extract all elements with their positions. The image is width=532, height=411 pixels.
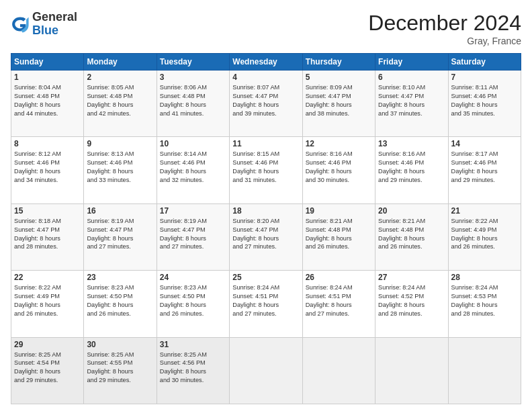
table-row: 10Sunrise: 8:14 AMSunset: 4:46 PMDayligh… [157, 137, 229, 203]
table-row [448, 337, 521, 404]
day-number: 2 [87, 73, 153, 82]
table-row: 15Sunrise: 8:18 AMSunset: 4:47 PMDayligh… [11, 203, 84, 270]
calendar-week-row: 15Sunrise: 8:18 AMSunset: 4:47 PMDayligh… [11, 203, 521, 270]
cell-content: Sunrise: 8:25 AMSunset: 4:56 PMDaylight:… [160, 351, 226, 385]
cell-content: Sunrise: 8:21 AMSunset: 4:48 PMDaylight:… [306, 217, 372, 252]
table-row [375, 337, 448, 404]
table-row: 25Sunrise: 8:24 AMSunset: 4:51 PMDayligh… [230, 271, 302, 337]
day-number: 18 [232, 206, 299, 216]
col-monday: Monday [84, 54, 157, 71]
calendar-table: Sunday Monday Tuesday Wednesday Thursday… [11, 53, 521, 404]
day-number: 25 [232, 273, 299, 282]
table-row [230, 337, 302, 404]
day-number: 10 [160, 139, 226, 148]
day-number: 28 [451, 273, 518, 282]
day-number: 14 [451, 139, 518, 148]
day-number: 13 [378, 139, 445, 148]
day-number: 16 [87, 206, 153, 216]
table-row [302, 337, 375, 404]
cell-content: Sunrise: 8:24 AMSunset: 4:51 PMDaylight:… [232, 283, 299, 318]
cell-content: Sunrise: 8:19 AMSunset: 4:47 PMDaylight:… [87, 217, 153, 252]
day-number: 17 [160, 206, 226, 216]
day-number: 8 [14, 139, 81, 148]
table-row: 5Sunrise: 8:09 AMSunset: 4:47 PMDaylight… [302, 71, 375, 137]
page-header: General Blue December 2024 Gray, France [11, 11, 521, 46]
title-section: December 2024 Gray, France [368, 11, 521, 46]
cell-content: Sunrise: 8:21 AMSunset: 4:48 PMDaylight:… [378, 217, 445, 252]
day-number: 9 [87, 139, 153, 148]
table-row: 3Sunrise: 8:06 AMSunset: 4:48 PMDaylight… [157, 71, 229, 137]
day-number: 19 [306, 206, 372, 216]
day-number: 1 [14, 73, 81, 82]
cell-content: Sunrise: 8:24 AMSunset: 4:52 PMDaylight:… [378, 283, 445, 318]
col-thursday: Thursday [302, 54, 375, 71]
day-number: 27 [378, 273, 445, 282]
logo-general: General [32, 11, 77, 24]
month-title: December 2024 [368, 11, 521, 36]
calendar-week-row: 1Sunrise: 8:04 AMSunset: 4:48 PMDaylight… [11, 71, 521, 137]
table-row: 20Sunrise: 8:21 AMSunset: 4:48 PMDayligh… [375, 203, 448, 270]
table-row: 16Sunrise: 8:19 AMSunset: 4:47 PMDayligh… [84, 203, 157, 270]
day-number: 6 [378, 73, 445, 82]
cell-content: Sunrise: 8:06 AMSunset: 4:48 PMDaylight:… [160, 83, 226, 118]
table-row: 22Sunrise: 8:22 AMSunset: 4:49 PMDayligh… [11, 271, 84, 337]
table-row: 21Sunrise: 8:22 AMSunset: 4:49 PMDayligh… [448, 203, 521, 270]
cell-content: Sunrise: 8:23 AMSunset: 4:50 PMDaylight:… [87, 283, 153, 318]
cell-content: Sunrise: 8:15 AMSunset: 4:46 PMDaylight:… [232, 150, 299, 185]
cell-content: Sunrise: 8:25 AMSunset: 4:55 PMDaylight:… [87, 351, 153, 385]
day-number: 29 [14, 340, 81, 349]
cell-content: Sunrise: 8:17 AMSunset: 4:46 PMDaylight:… [451, 150, 518, 185]
table-row: 19Sunrise: 8:21 AMSunset: 4:48 PMDayligh… [302, 203, 375, 270]
cell-content: Sunrise: 8:22 AMSunset: 4:49 PMDaylight:… [14, 283, 81, 318]
table-row: 6Sunrise: 8:10 AMSunset: 4:47 PMDaylight… [375, 71, 448, 137]
table-row: 29Sunrise: 8:25 AMSunset: 4:54 PMDayligh… [11, 337, 84, 404]
cell-content: Sunrise: 8:22 AMSunset: 4:49 PMDaylight:… [451, 217, 518, 252]
cell-content: Sunrise: 8:13 AMSunset: 4:46 PMDaylight:… [87, 150, 153, 185]
day-number: 21 [451, 206, 518, 216]
cell-content: Sunrise: 8:16 AMSunset: 4:46 PMDaylight:… [306, 150, 372, 185]
table-row: 12Sunrise: 8:16 AMSunset: 4:46 PMDayligh… [302, 137, 375, 203]
table-row: 13Sunrise: 8:16 AMSunset: 4:46 PMDayligh… [375, 137, 448, 203]
day-number: 24 [160, 273, 226, 282]
cell-content: Sunrise: 8:18 AMSunset: 4:47 PMDaylight:… [14, 217, 81, 252]
calendar-week-row: 8Sunrise: 8:12 AMSunset: 4:46 PMDaylight… [11, 137, 521, 203]
table-row: 11Sunrise: 8:15 AMSunset: 4:46 PMDayligh… [230, 137, 302, 203]
day-number: 7 [451, 73, 518, 82]
cell-content: Sunrise: 8:20 AMSunset: 4:47 PMDaylight:… [232, 217, 299, 252]
table-row: 1Sunrise: 8:04 AMSunset: 4:48 PMDaylight… [11, 71, 84, 137]
logo-icon [11, 15, 30, 34]
col-tuesday: Tuesday [157, 54, 229, 71]
cell-content: Sunrise: 8:05 AMSunset: 4:48 PMDaylight:… [87, 83, 153, 118]
day-number: 4 [232, 73, 299, 82]
table-row: 14Sunrise: 8:17 AMSunset: 4:46 PMDayligh… [448, 137, 521, 203]
day-number: 20 [378, 206, 445, 216]
day-number: 23 [87, 273, 153, 282]
table-row: 31Sunrise: 8:25 AMSunset: 4:56 PMDayligh… [157, 337, 229, 404]
cell-content: Sunrise: 8:23 AMSunset: 4:50 PMDaylight:… [160, 283, 226, 318]
cell-content: Sunrise: 8:11 AMSunset: 4:46 PMDaylight:… [451, 83, 518, 118]
cell-content: Sunrise: 8:19 AMSunset: 4:47 PMDaylight:… [160, 217, 226, 252]
logo-text: General Blue [32, 11, 77, 38]
logo: General Blue [11, 11, 77, 38]
cell-content: Sunrise: 8:16 AMSunset: 4:46 PMDaylight:… [378, 150, 445, 185]
table-row: 8Sunrise: 8:12 AMSunset: 4:46 PMDaylight… [11, 137, 84, 203]
location: Gray, France [368, 36, 521, 46]
table-row: 23Sunrise: 8:23 AMSunset: 4:50 PMDayligh… [84, 271, 157, 337]
calendar-week-row: 22Sunrise: 8:22 AMSunset: 4:49 PMDayligh… [11, 271, 521, 337]
table-row: 18Sunrise: 8:20 AMSunset: 4:47 PMDayligh… [230, 203, 302, 270]
calendar-header-row: Sunday Monday Tuesday Wednesday Thursday… [11, 54, 521, 71]
cell-content: Sunrise: 8:24 AMSunset: 4:53 PMDaylight:… [451, 283, 518, 318]
table-row: 4Sunrise: 8:07 AMSunset: 4:47 PMDaylight… [230, 71, 302, 137]
cell-content: Sunrise: 8:09 AMSunset: 4:47 PMDaylight:… [306, 83, 372, 118]
day-number: 12 [306, 139, 372, 148]
table-row: 30Sunrise: 8:25 AMSunset: 4:55 PMDayligh… [84, 337, 157, 404]
cell-content: Sunrise: 8:07 AMSunset: 4:47 PMDaylight:… [232, 83, 299, 118]
col-wednesday: Wednesday [230, 54, 302, 71]
day-number: 22 [14, 273, 81, 282]
cell-content: Sunrise: 8:04 AMSunset: 4:48 PMDaylight:… [14, 83, 81, 118]
col-sunday: Sunday [11, 54, 84, 71]
table-row: 7Sunrise: 8:11 AMSunset: 4:46 PMDaylight… [448, 71, 521, 137]
table-row: 26Sunrise: 8:24 AMSunset: 4:51 PMDayligh… [302, 271, 375, 337]
cell-content: Sunrise: 8:12 AMSunset: 4:46 PMDaylight:… [14, 150, 81, 185]
table-row: 9Sunrise: 8:13 AMSunset: 4:46 PMDaylight… [84, 137, 157, 203]
